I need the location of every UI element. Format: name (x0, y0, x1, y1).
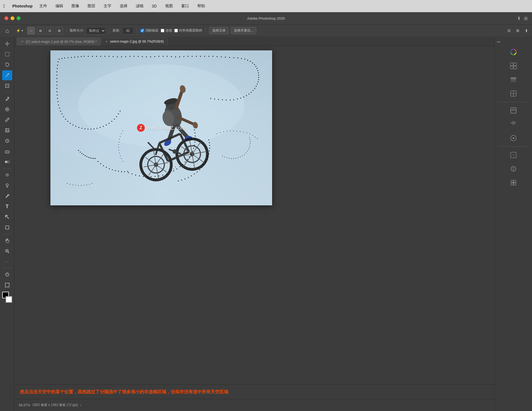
eraser-tool-button[interactable] (2, 146, 12, 156)
navigator-panel-button[interactable] (507, 131, 520, 145)
color-panel-button[interactable] (507, 45, 520, 59)
menu-bar:  Photoshop 文件 编辑 图像 图层 文字 选择 滤镜 3D 视图 窗… (0, 0, 532, 12)
menu-select[interactable]: 选择 (118, 3, 129, 9)
channels-panel-button[interactable] (507, 87, 520, 100)
magic-wand-icon: ⚡ (16, 29, 21, 33)
svg-rect-272 (236, 158, 236, 159)
hand-tool-button[interactable] (2, 236, 12, 245)
svg-rect-285 (249, 137, 250, 138)
svg-rect-195 (118, 113, 119, 114)
left-toolbar: T ··· (0, 37, 14, 411)
select-and-mask-button[interactable]: 选择并遮住... (231, 27, 256, 34)
svg-rect-56 (68, 57, 68, 58)
minimize-button[interactable] (11, 16, 14, 20)
marquee-tool-button[interactable] (2, 49, 12, 59)
magic-wand-dropdown-button[interactable]: ⚡ ▼ (14, 28, 25, 33)
tolerance-input[interactable] (122, 27, 134, 34)
intersect-selection-button[interactable]: ⊠ (56, 27, 63, 34)
apple-logo[interactable]:  (3, 3, 5, 9)
lasso-tool-button[interactable] (2, 60, 12, 70)
shape-tool-button[interactable] (2, 223, 12, 232)
library-panel-button[interactable] (507, 59, 520, 73)
svg-rect-266 (222, 156, 223, 156)
crop-tool-button[interactable] (2, 81, 12, 91)
svg-rect-90 (188, 56, 188, 57)
svg-rect-103 (241, 58, 242, 59)
svg-rect-0 (5, 52, 9, 56)
pen-tool-button[interactable] (2, 191, 12, 201)
tab-2[interactable]: ✕ select-magic-2.jpg @ 66.7%(RGB/8) (101, 37, 167, 46)
more-tools-button[interactable]: ··· (2, 257, 12, 267)
text-tool-button[interactable]: T (2, 201, 12, 211)
menu-file[interactable]: 文件 (38, 3, 49, 9)
svg-rect-294 (89, 184, 90, 185)
dodge-tool-button[interactable] (2, 180, 12, 190)
screen-mode-button[interactable] (2, 280, 12, 290)
tab-close-1[interactable]: ✕ (20, 40, 24, 44)
svg-rect-249 (172, 170, 172, 171)
magic-wand-tool-button[interactable] (2, 70, 12, 80)
subtract-selection-button[interactable]: ⊟ (46, 27, 53, 34)
sample-all-group: 对所有图层取样 (174, 28, 202, 33)
layers-panel-button[interactable] (507, 73, 520, 86)
tab-1[interactable]: ✕ (C) select-magic-1.psd @ 66.7% (tree, … (17, 37, 100, 46)
healing-tool-button[interactable] (2, 104, 12, 114)
transform-panel-button[interactable] (507, 176, 520, 189)
path-select-tool-button[interactable] (2, 212, 12, 222)
svg-rect-158 (195, 139, 196, 139)
svg-rect-240 (152, 179, 152, 179)
new-selection-button[interactable]: □ (27, 27, 35, 34)
menu-edit[interactable]: 编辑 (54, 3, 65, 9)
sample-all-label[interactable]: 对所有图层取样 (179, 28, 202, 33)
quick-mask-button[interactable] (2, 270, 12, 280)
sample-all-checkbox[interactable] (174, 29, 178, 32)
svg-rect-334 (514, 183, 516, 185)
maximize-button[interactable] (17, 16, 21, 20)
menu-view[interactable]: 视图 (163, 3, 175, 9)
anti-alias-label[interactable]: 消除锯齿 (145, 28, 158, 33)
add-selection-button[interactable]: ⊞ (37, 27, 44, 34)
share-icon[interactable]: ⬆ (517, 16, 521, 21)
svg-rect-122 (249, 94, 249, 94)
clone-tool-button[interactable] (2, 125, 12, 135)
panel-collapse-arrow[interactable]: «« (497, 40, 500, 44)
sample-size-select[interactable]: 取样点 (86, 27, 106, 34)
zoom-tool-button[interactable] (2, 246, 12, 256)
blur-tool-button[interactable] (2, 170, 12, 180)
home-button[interactable]: ⌂ (2, 26, 12, 36)
menu-text[interactable]: 文字 (102, 3, 113, 9)
canvas-content[interactable]: Z www.MacZ.com (50, 50, 272, 205)
contiguous-checkbox[interactable] (161, 29, 164, 32)
anti-alias-checkbox[interactable] (140, 29, 144, 32)
menu-window[interactable]: 窗口 (180, 3, 191, 9)
svg-rect-207 (127, 171, 128, 172)
menu-help[interactable]: 帮助 (196, 3, 207, 9)
tab-close-2[interactable]: ✕ (104, 40, 108, 43)
more-options-icon[interactable]: ⊞ (524, 16, 528, 21)
svg-rect-153 (191, 154, 191, 154)
gradient-tool-button[interactable] (2, 157, 12, 167)
share-workspace-button[interactable]: ⬆ (523, 28, 530, 33)
adjustments-panel-button[interactable] (507, 118, 520, 131)
contiguous-label[interactable]: 连续 (165, 28, 172, 33)
brush-tool-button[interactable] (2, 115, 12, 125)
svg-rect-286 (67, 183, 68, 184)
3d-panel-button[interactable] (507, 162, 520, 175)
menu-layer[interactable]: 图层 (86, 3, 97, 9)
brush-settings-button[interactable] (507, 148, 520, 162)
history-tool-button[interactable] (2, 136, 12, 146)
properties-panel-button[interactable] (507, 104, 520, 117)
menu-filter[interactable]: 滤镜 (134, 3, 145, 9)
menu-image[interactable]: 图像 (70, 3, 81, 9)
workspace-button[interactable]: ⊞ (515, 28, 521, 33)
background-color[interactable] (6, 296, 12, 303)
eyedropper-tool-button[interactable] (2, 94, 12, 104)
status-arrow[interactable]: › (80, 403, 81, 407)
svg-rect-140 (151, 176, 152, 177)
svg-rect-199 (103, 165, 104, 166)
move-tool-button[interactable] (2, 39, 12, 49)
select-subject-button[interactable]: 选择主体 (209, 27, 229, 34)
panel-options-button[interactable]: ⊟ (506, 28, 512, 33)
close-button[interactable] (4, 16, 8, 20)
menu-3d[interactable]: 3D (150, 3, 158, 9)
